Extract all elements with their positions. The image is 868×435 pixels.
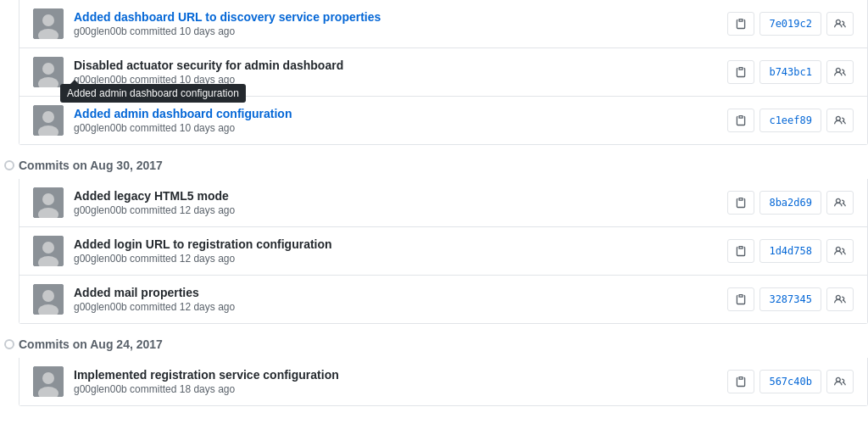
commit-actions: c1eef89 <box>727 109 854 132</box>
commit-author: g00glen00b <box>74 253 127 265</box>
browse-repo-button[interactable] <box>826 287 854 311</box>
browse-repo-button[interactable] <box>826 109 854 132</box>
table-row: Disabled actuator security for admin das… <box>19 48 867 97</box>
commit-author: g00glen00b <box>74 383 127 395</box>
commit-actions: 8ba2d69 <box>727 191 854 215</box>
commit-info: Disabled actuator security for admin das… <box>74 59 727 86</box>
copy-hash-button[interactable] <box>727 191 754 215</box>
commit-action: committed <box>130 383 180 395</box>
commit-group-0: Added dashboard URL to discovery service… <box>0 0 868 145</box>
commit-action: committed <box>130 25 180 37</box>
commit-meta: g00glen00b committed 18 days ago <box>74 383 727 395</box>
table-row: Added mail properties g00glen00b committ… <box>19 276 867 323</box>
svg-point-4 <box>42 63 54 75</box>
commit-meta: g00glen00b committed 12 days ago <box>74 204 727 216</box>
avatar <box>33 105 64 136</box>
table-row: Added dashboard URL to discovery service… <box>19 0 867 48</box>
svg-point-13 <box>42 242 54 254</box>
commit-action: committed <box>130 301 180 313</box>
commit-author: g00glen00b <box>74 122 127 134</box>
commits-container: Added dashboard URL to discovery service… <box>0 0 868 406</box>
svg-point-10 <box>42 193 54 205</box>
commit-title: Added legacy HTML5 mode <box>74 189 229 203</box>
commit-info: Added login URL to registration configur… <box>74 237 727 265</box>
commit-title-link[interactable]: Added dashboard URL to discovery service… <box>74 10 381 24</box>
commit-action: committed <box>130 204 180 216</box>
timeline-dot <box>0 160 19 170</box>
avatar <box>33 284 64 315</box>
commit-title: Disabled actuator security for admin das… <box>74 59 343 72</box>
commit-info: Added admin dashboard configuration g00g… <box>74 107 727 134</box>
copy-hash-button[interactable] <box>727 370 754 393</box>
commit-hash-link[interactable]: 8ba2d69 <box>760 191 821 215</box>
avatar <box>33 366 64 397</box>
browse-repo-button[interactable] <box>826 12 854 36</box>
commit-time: 10 days ago <box>180 25 235 37</box>
commit-time: 12 days ago <box>180 301 235 313</box>
commit-time: 12 days ago <box>180 253 235 265</box>
commit-action: committed <box>130 253 180 265</box>
commit-action: committed <box>130 74 180 86</box>
svg-point-19 <box>42 372 54 384</box>
commit-hash-link[interactable]: 3287345 <box>760 287 821 311</box>
commit-title: Implemented registration service configu… <box>74 368 339 382</box>
avatar <box>33 57 64 87</box>
commit-meta: g00glen00b committed 12 days ago <box>74 301 727 313</box>
table-row: Added legacy HTML5 mode g00glen00b commi… <box>19 179 867 227</box>
group-header-title: Commits on Aug 24, 2017 <box>19 337 163 351</box>
commit-list: Added dashboard URL to discovery service… <box>19 0 868 145</box>
commit-meta: g00glen00b committed 12 days ago <box>74 253 727 265</box>
commit-info: Added dashboard URL to discovery service… <box>74 10 727 37</box>
commit-info: Implemented registration service configu… <box>74 368 727 395</box>
browse-repo-button[interactable] <box>826 370 854 393</box>
timeline-dot <box>0 339 19 349</box>
commit-info: Added mail properties g00glen00b committ… <box>74 286 727 313</box>
commit-group-1: Commits on Aug 30, 2017 Added legacy HTM… <box>0 152 868 324</box>
table-row: Added admin dashboard configuration g00g… <box>19 97 867 144</box>
commit-hash-link[interactable]: 7e019c2 <box>760 12 821 36</box>
commit-title: Added mail properties <box>74 286 199 299</box>
commit-author: g00glen00b <box>74 25 127 37</box>
browse-repo-button[interactable] <box>826 239 854 263</box>
commit-author: g00glen00b <box>74 204 127 216</box>
commit-hash-link[interactable]: 567c40b <box>760 370 821 393</box>
commit-actions: 3287345 <box>727 287 854 311</box>
commit-action: committed <box>130 122 180 134</box>
avatar <box>33 187 64 218</box>
commit-info: Added legacy HTML5 mode g00glen00b commi… <box>74 189 727 216</box>
commit-time: 12 days ago <box>180 204 235 216</box>
group-header-title: Commits on Aug 30, 2017 <box>19 159 163 172</box>
svg-point-16 <box>42 290 54 302</box>
svg-point-7 <box>42 111 54 123</box>
group-header-row: Commits on Aug 30, 2017 <box>0 152 868 179</box>
browse-repo-button[interactable] <box>826 60 854 84</box>
copy-hash-button[interactable] <box>727 60 754 84</box>
commit-hash-link[interactable]: 1d4d758 <box>760 239 821 263</box>
commit-actions: 7e019c2 <box>727 12 854 36</box>
avatar <box>33 8 64 39</box>
commit-author: g00glen00b <box>74 301 127 313</box>
table-row: Implemented registration service configu… <box>19 358 867 405</box>
commit-meta: g00glen00b committed 10 days ago <box>74 25 727 37</box>
commit-title-link[interactable]: Added admin dashboard configuration <box>74 107 292 120</box>
commit-time: 10 days ago <box>180 74 235 86</box>
browse-repo-button[interactable] <box>826 191 854 215</box>
svg-point-1 <box>42 14 54 26</box>
table-row: Added login URL to registration configur… <box>19 227 867 276</box>
copy-hash-button[interactable] <box>727 12 754 36</box>
commit-title: Added login URL to registration configur… <box>74 237 332 251</box>
commit-hash-link[interactable]: c1eef89 <box>760 109 821 132</box>
commit-actions: 1d4d758 <box>727 239 854 263</box>
copy-hash-button[interactable] <box>727 239 754 263</box>
commit-list: Added legacy HTML5 mode g00glen00b commi… <box>19 179 868 324</box>
commit-author: g00glen00b <box>74 74 127 86</box>
copy-hash-button[interactable] <box>727 109 754 132</box>
commit-time: 18 days ago <box>180 383 235 395</box>
commit-actions: b743bc1 <box>727 60 854 84</box>
commit-meta: g00glen00b committed 10 days ago <box>74 122 727 134</box>
commit-actions: 567c40b <box>727 370 854 393</box>
avatar <box>33 236 64 266</box>
commit-hash-link[interactable]: b743bc1 <box>760 60 821 84</box>
commit-list: Implemented registration service configu… <box>19 358 868 406</box>
copy-hash-button[interactable] <box>727 287 754 311</box>
